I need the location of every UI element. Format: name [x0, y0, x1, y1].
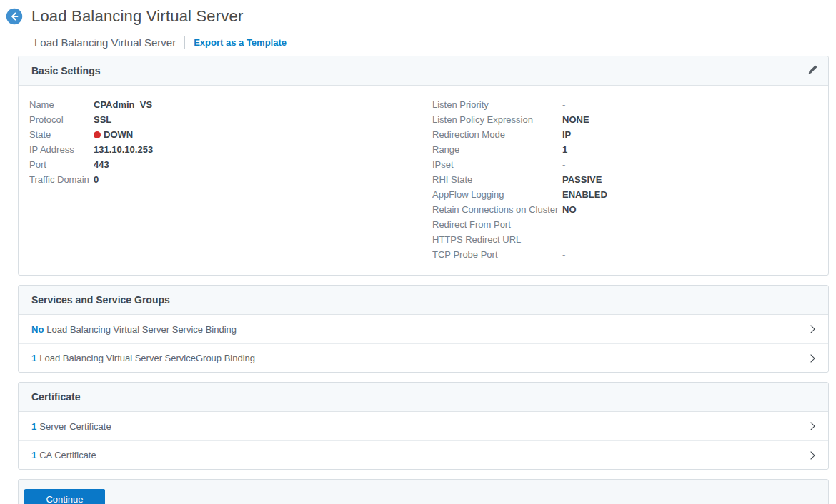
chevron-right-icon — [807, 451, 815, 459]
chevron-right-icon — [807, 325, 815, 333]
field-ipset: IPset - — [424, 157, 828, 172]
field-redirect-from-port: Redirect From Port — [424, 217, 828, 232]
subnav-tab-label: Load Balancing Virtual Server — [34, 36, 176, 49]
edit-basic-settings-button[interactable] — [797, 56, 828, 85]
ca-certificate-count: 1 — [31, 450, 36, 460]
field-listen-priority: Listen Priority - — [424, 97, 828, 112]
field-traffic-domain: Traffic Domain 0 — [19, 172, 424, 187]
service-binding-label: Load Balancing Virtual Server Service Bi… — [46, 324, 237, 335]
pencil-icon — [807, 64, 818, 78]
basic-settings-title: Basic Settings — [19, 56, 113, 85]
arrow-left-circle-icon — [6, 16, 23, 27]
basic-settings-header: Basic Settings — [19, 56, 828, 86]
service-binding-row[interactable]: NoLoad Balancing Virtual Server Service … — [19, 315, 828, 343]
field-protocol: Protocol SSL — [19, 112, 424, 127]
field-port: Port 443 — [19, 157, 424, 172]
footer-panel: Continue — [18, 479, 829, 504]
certificate-panel: Certificate 1Server Certificate 1CA Cert… — [18, 382, 829, 470]
field-retain-connections-on-cluster: Retain Connections on Cluster NO — [424, 202, 828, 217]
server-certificate-row[interactable]: 1Server Certificate — [19, 412, 828, 440]
field-state: State DOWN — [19, 127, 424, 142]
subnav-divider — [184, 36, 185, 49]
certificate-title: Certificate — [19, 383, 93, 411]
field-listen-policy-expression: Listen Policy Expression NONE — [424, 112, 828, 127]
server-certificate-label: Server Certificate — [39, 421, 111, 432]
status-down-dot-icon — [94, 131, 101, 138]
services-title: Services and Service Groups — [19, 286, 183, 314]
services-header: Services and Service Groups — [19, 286, 828, 315]
chevron-right-icon — [807, 354, 815, 362]
field-name: Name CPAdmin_VS — [19, 97, 424, 112]
basic-settings-left-column: Name CPAdmin_VS Protocol SSL State DOWN … — [19, 86, 424, 275]
field-tcp-probe-port: TCP Probe Port - — [424, 247, 828, 262]
services-panel: Services and Service Groups NoLoad Balan… — [18, 285, 829, 373]
basic-settings-panel: Basic Settings Name CPAdmin_VS Protocol … — [18, 56, 829, 276]
basic-settings-content: Name CPAdmin_VS Protocol SSL State DOWN … — [19, 86, 828, 275]
field-range: Range 1 — [424, 142, 828, 157]
field-redirection-mode: Redirection Mode IP — [424, 127, 828, 142]
servicegroup-binding-label: Load Balancing Virtual Server ServiceGro… — [39, 353, 255, 363]
server-certificate-count: 1 — [31, 421, 36, 432]
certificate-header: Certificate — [19, 383, 828, 412]
service-binding-count: No — [31, 324, 44, 335]
servicegroup-binding-count: 1 — [31, 353, 36, 363]
chevron-right-icon — [807, 422, 815, 430]
field-ip-address: IP Address 131.10.10.253 — [19, 142, 424, 157]
ca-certificate-label: CA Certificate — [39, 450, 96, 460]
field-rhi-state: RHI State PASSIVE — [424, 172, 828, 187]
page-header: Load Balancing Virtual Server — [6, 7, 829, 26]
back-button[interactable] — [6, 8, 23, 25]
continue-button[interactable]: Continue — [24, 489, 105, 504]
export-template-link[interactable]: Export as a Template — [194, 37, 287, 48]
ca-certificate-row[interactable]: 1CA Certificate — [19, 440, 828, 469]
state-value: DOWN — [104, 127, 133, 142]
basic-settings-right-column: Listen Priority - Listen Policy Expressi… — [424, 86, 828, 275]
field-appflow-logging: AppFlow Logging ENABLED — [424, 187, 828, 202]
subnav: Load Balancing Virtual Server Export as … — [34, 36, 829, 49]
field-https-redirect-url: HTTPS Redirect URL — [424, 232, 828, 247]
servicegroup-binding-row[interactable]: 1Load Balancing Virtual Server ServiceGr… — [19, 343, 828, 372]
page: Load Balancing Virtual Server Load Balan… — [0, 0, 836, 504]
page-title: Load Balancing Virtual Server — [31, 7, 243, 26]
